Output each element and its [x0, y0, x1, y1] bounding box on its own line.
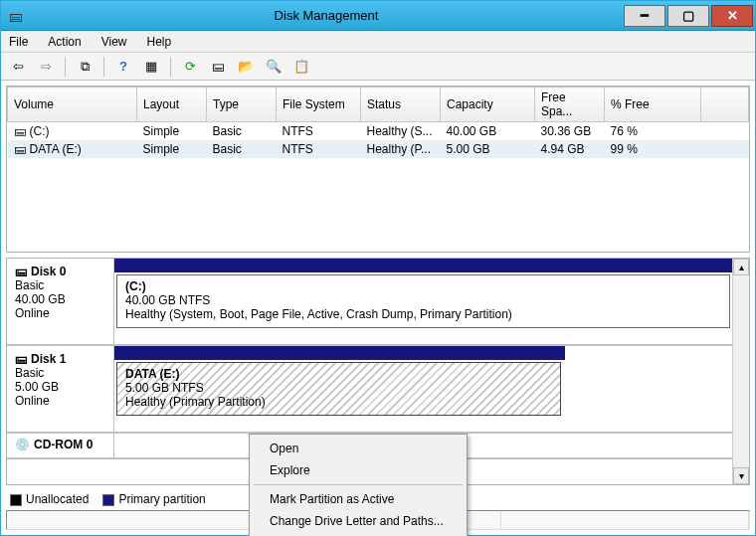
partition-size: 40.00 GB NTFS [125, 293, 721, 307]
volume-pct: 99 % [605, 140, 701, 158]
menu-help[interactable]: Help [147, 35, 172, 49]
col-volume[interactable]: Volume [8, 88, 137, 122]
swatch-unallocated [10, 494, 22, 506]
volume-name: DATA (E:) [30, 142, 82, 156]
disk-kind: Basic [15, 366, 105, 380]
window-title: Disk Management [29, 8, 624, 23]
titlebar: 🖴 Disk Management ━ ▢ ✕ [1, 1, 755, 31]
col-pct[interactable]: % Free [605, 88, 701, 122]
forward-icon[interactable]: ⇨ [35, 56, 57, 78]
app-icon: 🖴 [9, 8, 23, 24]
legend-primary: Primary partition [102, 492, 205, 506]
volume-type: Basic [207, 122, 277, 141]
partition-size: 5.00 GB NTFS [125, 381, 552, 395]
menubar: File Action View Help [1, 31, 755, 53]
disk-kind: Basic [15, 278, 105, 292]
volume-fs: NTFS [277, 140, 361, 158]
disk-info[interactable]: 💿CD-ROM 0 [7, 434, 114, 457]
ctx-separator [254, 484, 463, 485]
back-icon[interactable]: ⇦ [7, 56, 29, 78]
volume-layout: Simple [137, 140, 207, 158]
volume-layout: Simple [137, 122, 207, 141]
volume-row[interactable]: 🖴DATA (E:) Simple Basic NTFS Healthy (P.… [8, 140, 749, 158]
partition-status: Healthy (System, Boot, Page File, Active… [125, 307, 721, 321]
partition-box[interactable]: DATA (E:) 5.00 GB NTFS Healthy (Primary … [116, 362, 561, 416]
sep [65, 57, 66, 77]
partition-name: (C:) [125, 279, 721, 293]
swatch-primary [102, 494, 114, 506]
volume-free: 30.36 GB [535, 122, 605, 141]
col-fs[interactable]: File System [277, 88, 361, 122]
close-button[interactable]: ✕ [711, 5, 753, 27]
volume-free: 4.94 GB [535, 140, 605, 158]
ctx-format[interactable]: Format... [252, 532, 465, 536]
volume-status: Healthy (S... [361, 122, 441, 141]
settings-icon[interactable]: 📋 [290, 56, 312, 78]
partition-area: (C:) 40.00 GB NTFS Healthy (System, Boot… [114, 259, 732, 344]
disk-label: CD-ROM 0 [34, 438, 93, 451]
help-icon[interactable]: ? [112, 56, 134, 78]
refresh-icon[interactable]: ⟳ [179, 56, 201, 78]
col-empty[interactable] [701, 88, 749, 122]
disk-icon: 🖴 [15, 352, 27, 366]
legend-unallocated: Unallocated [10, 492, 89, 506]
sep [103, 57, 104, 77]
disk-state: Online [15, 394, 105, 408]
toolbar: ⇦ ⇨ ⧉ ? ▦ ⟳ 🖴 📂 🔍 📋 [1, 53, 755, 81]
partition-name: DATA (E:) [125, 367, 552, 381]
scrollbar[interactable]: ▴ ▾ [732, 259, 749, 484]
col-layout[interactable]: Layout [137, 88, 207, 122]
disk-label: Disk 0 [31, 265, 66, 278]
cdrom-icon: 💿 [15, 438, 30, 451]
scroll-up-icon[interactable]: ▴ [733, 259, 749, 275]
ctx-mark-active[interactable]: Mark Partition as Active [252, 488, 465, 510]
context-menu: Open Explore Mark Partition as Active Ch… [249, 434, 468, 536]
ctx-change-letter[interactable]: Change Drive Letter and Paths... [252, 510, 465, 532]
partition-area: DATA (E:) 5.00 GB NTFS Healthy (Primary … [114, 346, 732, 432]
volume-list[interactable]: Volume Layout Type File System Status Ca… [6, 86, 750, 253]
minimize-button[interactable]: ━ [624, 5, 665, 27]
col-status[interactable]: Status [361, 88, 441, 122]
menu-file[interactable]: File [9, 35, 28, 49]
volume-capacity: 40.00 GB [441, 122, 535, 141]
ctx-open[interactable]: Open [252, 438, 465, 459]
volume-icon: 🖴 [14, 142, 26, 156]
col-capacity[interactable]: Capacity [441, 88, 535, 122]
disk-icon: 🖴 [15, 265, 27, 278]
search-icon[interactable]: 🔍 [263, 56, 284, 78]
volume-pct: 76 % [605, 122, 701, 141]
volume-capacity: 5.00 GB [441, 140, 535, 158]
disk-row-0: 🖴Disk 0 Basic 40.00 GB Online (C:) 40.00… [7, 259, 732, 346]
properties-icon[interactable]: ▦ [140, 56, 162, 78]
col-free[interactable]: Free Spa... [535, 88, 605, 122]
volume-type: Basic [207, 140, 277, 158]
disk-row-1: 🖴Disk 1 Basic 5.00 GB Online DATA (E:) 5… [7, 346, 732, 434]
menu-action[interactable]: Action [48, 35, 81, 49]
menu-view[interactable]: View [101, 35, 127, 49]
disk-info[interactable]: 🖴Disk 1 Basic 5.00 GB Online [7, 346, 114, 432]
volume-row[interactable]: 🖴(C:) Simple Basic NTFS Healthy (S... 40… [8, 122, 749, 141]
partition-colorbar [114, 346, 565, 360]
partition-colorbar [114, 259, 732, 272]
rescan-icon[interactable]: 🖴 [207, 56, 229, 78]
volume-status: Healthy (P... [361, 140, 441, 158]
show-hide-tree-icon[interactable]: ⧉ [74, 56, 95, 78]
disk-size: 5.00 GB [15, 380, 105, 394]
partition-status: Healthy (Primary Partition) [125, 395, 552, 409]
disk-label: Disk 1 [31, 352, 66, 366]
disk-info[interactable]: 🖴Disk 0 Basic 40.00 GB Online [7, 259, 114, 344]
maximize-button[interactable]: ▢ [667, 5, 709, 27]
folder-icon[interactable]: 📂 [235, 56, 257, 78]
volume-fs: NTFS [277, 122, 361, 141]
scroll-down-icon[interactable]: ▾ [733, 467, 749, 484]
caption-buttons: ━ ▢ ✕ [624, 5, 755, 27]
volume-icon: 🖴 [14, 124, 26, 138]
col-type[interactable]: Type [207, 88, 277, 122]
ctx-explore[interactable]: Explore [252, 459, 465, 481]
volume-name: (C:) [30, 124, 50, 138]
disk-state: Online [15, 306, 105, 320]
column-header-row: Volume Layout Type File System Status Ca… [8, 88, 749, 122]
sep [170, 57, 171, 77]
disk-size: 40.00 GB [15, 292, 105, 306]
partition-box[interactable]: (C:) 40.00 GB NTFS Healthy (System, Boot… [116, 274, 730, 328]
